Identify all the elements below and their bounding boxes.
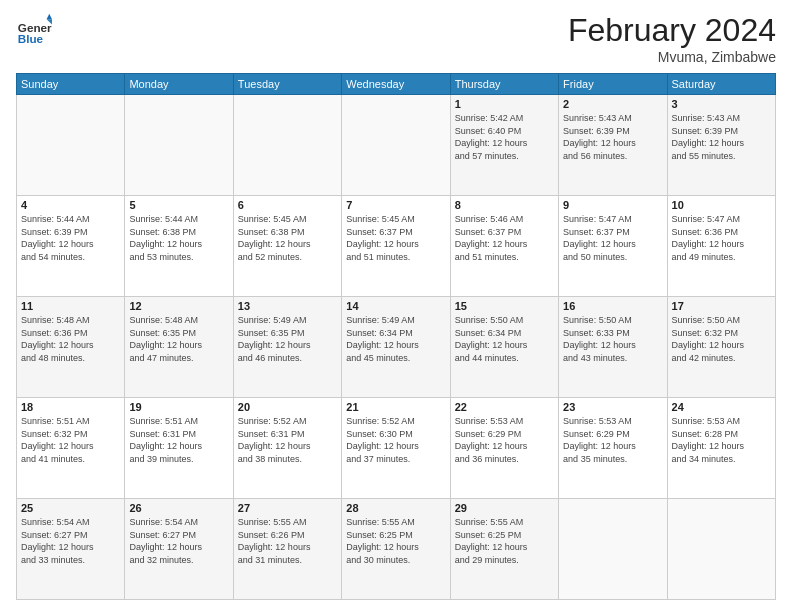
day-number: 23 (563, 401, 662, 413)
col-tuesday: Tuesday (233, 74, 341, 95)
day-number: 6 (238, 199, 337, 211)
table-row: 26Sunrise: 5:54 AM Sunset: 6:27 PM Dayli… (125, 499, 233, 600)
table-row (559, 499, 667, 600)
day-info: Sunrise: 5:53 AM Sunset: 6:29 PM Dayligh… (455, 415, 554, 465)
day-number: 2 (563, 98, 662, 110)
day-info: Sunrise: 5:44 AM Sunset: 6:39 PM Dayligh… (21, 213, 120, 263)
title-month: February 2024 (568, 12, 776, 49)
day-info: Sunrise: 5:45 AM Sunset: 6:38 PM Dayligh… (238, 213, 337, 263)
table-row: 25Sunrise: 5:54 AM Sunset: 6:27 PM Dayli… (17, 499, 125, 600)
calendar-week-row: 1Sunrise: 5:42 AM Sunset: 6:40 PM Daylig… (17, 95, 776, 196)
day-number: 21 (346, 401, 445, 413)
table-row: 4Sunrise: 5:44 AM Sunset: 6:39 PM Daylig… (17, 196, 125, 297)
day-info: Sunrise: 5:47 AM Sunset: 6:36 PM Dayligh… (672, 213, 771, 263)
table-row (17, 95, 125, 196)
table-row: 18Sunrise: 5:51 AM Sunset: 6:32 PM Dayli… (17, 398, 125, 499)
day-info: Sunrise: 5:46 AM Sunset: 6:37 PM Dayligh… (455, 213, 554, 263)
table-row (125, 95, 233, 196)
day-number: 11 (21, 300, 120, 312)
calendar-week-row: 18Sunrise: 5:51 AM Sunset: 6:32 PM Dayli… (17, 398, 776, 499)
day-info: Sunrise: 5:45 AM Sunset: 6:37 PM Dayligh… (346, 213, 445, 263)
day-info: Sunrise: 5:52 AM Sunset: 6:30 PM Dayligh… (346, 415, 445, 465)
day-info: Sunrise: 5:47 AM Sunset: 6:37 PM Dayligh… (563, 213, 662, 263)
day-info: Sunrise: 5:49 AM Sunset: 6:34 PM Dayligh… (346, 314, 445, 364)
day-info: Sunrise: 5:43 AM Sunset: 6:39 PM Dayligh… (672, 112, 771, 162)
table-row: 11Sunrise: 5:48 AM Sunset: 6:36 PM Dayli… (17, 297, 125, 398)
col-sunday: Sunday (17, 74, 125, 95)
day-info: Sunrise: 5:55 AM Sunset: 6:25 PM Dayligh… (455, 516, 554, 566)
header: General Blue February 2024 Mvuma, Zimbab… (16, 12, 776, 65)
day-info: Sunrise: 5:50 AM Sunset: 6:34 PM Dayligh… (455, 314, 554, 364)
day-info: Sunrise: 5:53 AM Sunset: 6:29 PM Dayligh… (563, 415, 662, 465)
day-number: 15 (455, 300, 554, 312)
day-info: Sunrise: 5:54 AM Sunset: 6:27 PM Dayligh… (129, 516, 228, 566)
day-info: Sunrise: 5:54 AM Sunset: 6:27 PM Dayligh… (21, 516, 120, 566)
day-number: 26 (129, 502, 228, 514)
day-info: Sunrise: 5:50 AM Sunset: 6:33 PM Dayligh… (563, 314, 662, 364)
day-info: Sunrise: 5:53 AM Sunset: 6:28 PM Dayligh… (672, 415, 771, 465)
table-row (233, 95, 341, 196)
table-row: 21Sunrise: 5:52 AM Sunset: 6:30 PM Dayli… (342, 398, 450, 499)
table-row: 7Sunrise: 5:45 AM Sunset: 6:37 PM Daylig… (342, 196, 450, 297)
table-row: 1Sunrise: 5:42 AM Sunset: 6:40 PM Daylig… (450, 95, 558, 196)
day-number: 7 (346, 199, 445, 211)
day-number: 10 (672, 199, 771, 211)
table-row: 23Sunrise: 5:53 AM Sunset: 6:29 PM Dayli… (559, 398, 667, 499)
day-info: Sunrise: 5:50 AM Sunset: 6:32 PM Dayligh… (672, 314, 771, 364)
calendar-header-row: Sunday Monday Tuesday Wednesday Thursday… (17, 74, 776, 95)
table-row: 13Sunrise: 5:49 AM Sunset: 6:35 PM Dayli… (233, 297, 341, 398)
calendar-week-row: 25Sunrise: 5:54 AM Sunset: 6:27 PM Dayli… (17, 499, 776, 600)
table-row: 10Sunrise: 5:47 AM Sunset: 6:36 PM Dayli… (667, 196, 775, 297)
svg-text:Blue: Blue (18, 32, 44, 45)
day-number: 27 (238, 502, 337, 514)
day-info: Sunrise: 5:42 AM Sunset: 6:40 PM Dayligh… (455, 112, 554, 162)
day-number: 17 (672, 300, 771, 312)
day-number: 24 (672, 401, 771, 413)
day-number: 28 (346, 502, 445, 514)
day-number: 18 (21, 401, 120, 413)
day-number: 29 (455, 502, 554, 514)
day-info: Sunrise: 5:49 AM Sunset: 6:35 PM Dayligh… (238, 314, 337, 364)
table-row: 19Sunrise: 5:51 AM Sunset: 6:31 PM Dayli… (125, 398, 233, 499)
day-number: 20 (238, 401, 337, 413)
col-thursday: Thursday (450, 74, 558, 95)
calendar-week-row: 4Sunrise: 5:44 AM Sunset: 6:39 PM Daylig… (17, 196, 776, 297)
day-number: 3 (672, 98, 771, 110)
day-info: Sunrise: 5:52 AM Sunset: 6:31 PM Dayligh… (238, 415, 337, 465)
table-row: 29Sunrise: 5:55 AM Sunset: 6:25 PM Dayli… (450, 499, 558, 600)
day-info: Sunrise: 5:55 AM Sunset: 6:25 PM Dayligh… (346, 516, 445, 566)
table-row: 2Sunrise: 5:43 AM Sunset: 6:39 PM Daylig… (559, 95, 667, 196)
table-row: 16Sunrise: 5:50 AM Sunset: 6:33 PM Dayli… (559, 297, 667, 398)
table-row: 9Sunrise: 5:47 AM Sunset: 6:37 PM Daylig… (559, 196, 667, 297)
table-row: 20Sunrise: 5:52 AM Sunset: 6:31 PM Dayli… (233, 398, 341, 499)
table-row: 12Sunrise: 5:48 AM Sunset: 6:35 PM Dayli… (125, 297, 233, 398)
table-row: 14Sunrise: 5:49 AM Sunset: 6:34 PM Dayli… (342, 297, 450, 398)
col-monday: Monday (125, 74, 233, 95)
day-info: Sunrise: 5:48 AM Sunset: 6:35 PM Dayligh… (129, 314, 228, 364)
svg-marker-2 (47, 14, 52, 19)
table-row: 27Sunrise: 5:55 AM Sunset: 6:26 PM Dayli… (233, 499, 341, 600)
table-row: 3Sunrise: 5:43 AM Sunset: 6:39 PM Daylig… (667, 95, 775, 196)
day-number: 4 (21, 199, 120, 211)
day-info: Sunrise: 5:43 AM Sunset: 6:39 PM Dayligh… (563, 112, 662, 162)
day-info: Sunrise: 5:48 AM Sunset: 6:36 PM Dayligh… (21, 314, 120, 364)
logo-icon: General Blue (16, 12, 52, 48)
day-number: 5 (129, 199, 228, 211)
table-row: 28Sunrise: 5:55 AM Sunset: 6:25 PM Dayli… (342, 499, 450, 600)
title-location: Mvuma, Zimbabwe (568, 49, 776, 65)
title-block: February 2024 Mvuma, Zimbabwe (568, 12, 776, 65)
day-info: Sunrise: 5:44 AM Sunset: 6:38 PM Dayligh… (129, 213, 228, 263)
table-row: 6Sunrise: 5:45 AM Sunset: 6:38 PM Daylig… (233, 196, 341, 297)
table-row (342, 95, 450, 196)
logo: General Blue (16, 12, 52, 48)
day-number: 12 (129, 300, 228, 312)
day-number: 25 (21, 502, 120, 514)
day-number: 22 (455, 401, 554, 413)
table-row: 22Sunrise: 5:53 AM Sunset: 6:29 PM Dayli… (450, 398, 558, 499)
day-number: 16 (563, 300, 662, 312)
table-row: 15Sunrise: 5:50 AM Sunset: 6:34 PM Dayli… (450, 297, 558, 398)
day-number: 1 (455, 98, 554, 110)
col-friday: Friday (559, 74, 667, 95)
day-number: 13 (238, 300, 337, 312)
day-info: Sunrise: 5:51 AM Sunset: 6:31 PM Dayligh… (129, 415, 228, 465)
